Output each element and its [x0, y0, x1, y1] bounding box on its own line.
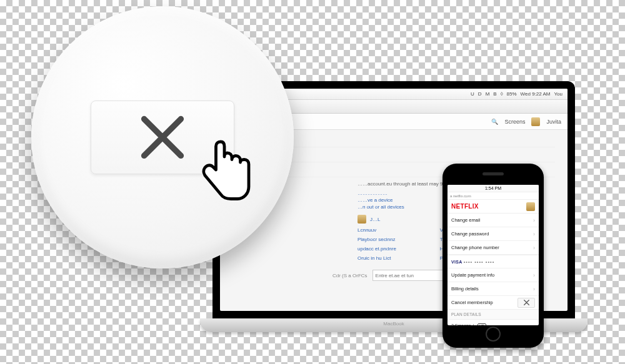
- avatar[interactable]: [526, 202, 535, 211]
- phone-screen: 1:54 PM a netflix.com NETFLIX Change ema…: [448, 185, 539, 325]
- account-link[interactable]: Lcnnuuv: [358, 227, 396, 233]
- card-mask: •••• •••• ••••: [464, 259, 495, 265]
- wifi-icon: ◊: [501, 91, 503, 97]
- menubar-clock: Wed 9:22 AM: [521, 91, 551, 97]
- account-row[interactable]: Change email ›: [448, 214, 539, 227]
- account-row[interactable]: Update payment info ›: [448, 268, 539, 282]
- battery-indicator: 85%: [507, 91, 517, 97]
- payment-card-row: VISA •••• •••• ••••: [448, 255, 539, 268]
- footer-input[interactable]: [372, 270, 454, 281]
- laptop-label: MacBook: [383, 321, 404, 327]
- plan-details-row: 2 Screens + HD: [448, 320, 539, 325]
- section-header: PLAN DETAILS: [448, 310, 539, 320]
- phone-mockup: 1:54 PM a netflix.com NETFLIX Change ema…: [442, 164, 544, 348]
- chevron-right-icon: ›: [533, 245, 535, 251]
- row-label: Change phone number: [451, 245, 499, 250]
- phone-brand-header: NETFLIX: [448, 200, 539, 214]
- menubar-icon: D: [478, 91, 482, 97]
- avatar[interactable]: [358, 215, 366, 224]
- row-label: Billing details: [451, 286, 479, 292]
- chevron-right-icon: ›: [533, 286, 535, 292]
- account-link[interactable]: Oruic in hu Lict: [358, 255, 396, 261]
- header-username: Juvita: [546, 119, 561, 125]
- account-link[interactable]: updacc et.pndnre: [358, 246, 396, 252]
- account-row[interactable]: Change phone number ›: [448, 241, 539, 255]
- row-label: Update payment info: [451, 272, 494, 278]
- chevron-right-icon: ›: [533, 231, 535, 237]
- netflix-logo[interactable]: NETFLIX: [451, 203, 479, 210]
- row-label: Cancel membership: [451, 300, 493, 305]
- close-icon: [524, 300, 529, 305]
- cancel-button-large[interactable]: [91, 101, 234, 174]
- close-icon: [136, 111, 189, 164]
- cancel-membership-row[interactable]: Cancel membership: [448, 296, 539, 310]
- hd-badge: HD: [478, 323, 487, 326]
- magnifier-circle: [31, 6, 294, 268]
- menubar-icon: M: [486, 91, 490, 97]
- chevron-right-icon: ›: [533, 217, 535, 224]
- search-icon[interactable]: 🔍: [491, 119, 498, 125]
- phone-statusbar: 1:54 PM: [448, 185, 539, 192]
- profile-name: J…L: [370, 217, 380, 222]
- phone-url-text: a netflix.com: [450, 194, 471, 198]
- account-link[interactable]: Playbocr secinnz: [358, 237, 396, 242]
- menubar-icon: U: [471, 91, 474, 97]
- cancel-button[interactable]: [518, 298, 535, 308]
- visa-logo: VISA: [451, 260, 462, 264]
- row-label: Change email: [451, 217, 480, 223]
- avatar[interactable]: [531, 117, 540, 126]
- chevron-right-icon: ›: [533, 272, 535, 278]
- pointer-hand-icon: [198, 136, 255, 204]
- plan-text: 2 Screens +: [451, 323, 475, 325]
- menubar-user: You: [554, 91, 563, 97]
- phone-urlbar[interactable]: a netflix.com: [448, 192, 539, 200]
- row-label: Change password: [451, 231, 489, 237]
- phone-clock: 1:54 PM: [485, 186, 501, 190]
- footer-label: Cdr (S a OrFCs: [332, 273, 368, 278]
- header-search-label[interactable]: Screens: [504, 119, 525, 125]
- account-row[interactable]: Change password ›: [448, 227, 539, 241]
- menubar-icon: B: [493, 91, 496, 97]
- account-row[interactable]: Billing details ›: [448, 282, 539, 296]
